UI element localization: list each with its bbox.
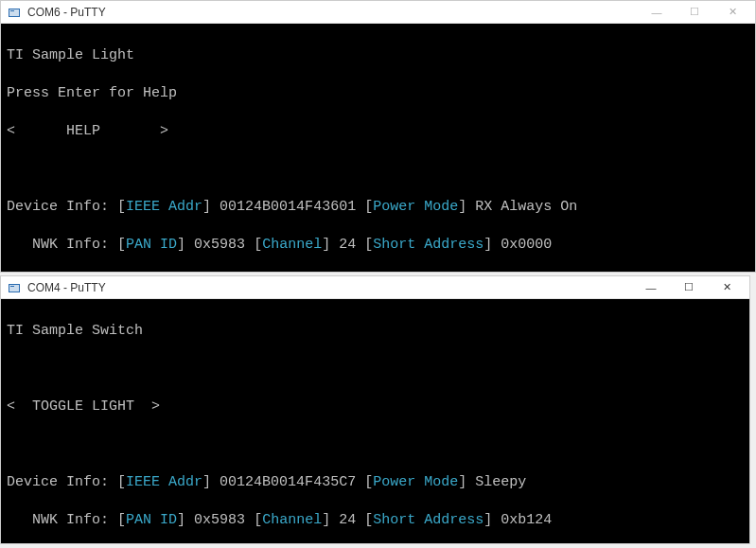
- nav-label: HELP: [66, 123, 100, 139]
- window-title: COM6 - PuTTY: [27, 6, 638, 19]
- window-controls: — ☐ ✕: [632, 277, 746, 298]
- putty-window-2: COM4 - PuTTY — ☐ ✕ TI Sample Switch < TO…: [0, 275, 750, 544]
- ieee-label: IEEE Addr: [126, 199, 202, 215]
- ieee-value: 00124B0014F435C7: [220, 474, 356, 490]
- window-controls: — ☐ ✕: [638, 2, 751, 23]
- device-info-line: Device Info: [IEEE Addr] 00124B0014F4360…: [7, 198, 749, 217]
- putty-icon: [7, 5, 22, 20]
- titlebar[interactable]: COM4 - PuTTY — ☐ ✕: [1, 276, 749, 299]
- nav-line: < HELP >: [7, 122, 749, 141]
- maximize-button[interactable]: ☐: [676, 2, 713, 23]
- nwk-info-line: NWK Info: [PAN ID] 0x5983 [Channel] 24 […: [7, 236, 749, 255]
- minimize-button[interactable]: —: [638, 2, 676, 23]
- titlebar[interactable]: COM6 - PuTTY — ☐ ✕: [1, 1, 755, 24]
- ieee-label: IEEE Addr: [126, 474, 202, 490]
- ieee-value: 00124B0014F43601: [220, 199, 356, 215]
- power-mode-label: Power Mode: [373, 199, 458, 215]
- minimize-button[interactable]: —: [632, 277, 670, 298]
- close-button[interactable]: ✕: [713, 2, 751, 23]
- app-title: TI Sample Light: [7, 46, 749, 65]
- nav-line: < TOGGLE LIGHT >: [7, 398, 744, 416]
- putty-icon: [7, 280, 22, 295]
- maximize-button[interactable]: ☐: [670, 277, 708, 298]
- device-info-line: Device Info: [IEEE Addr] 00124B0014F435C…: [7, 473, 744, 492]
- power-mode-label: Power Mode: [373, 474, 458, 490]
- app-title: TI Sample Switch: [7, 322, 744, 341]
- subtitle: Press Enter for Help: [7, 84, 749, 103]
- putty-window-1: COM6 - PuTTY — ☐ ✕ TI Sample Light Press…: [0, 0, 756, 273]
- close-button[interactable]: ✕: [708, 277, 746, 298]
- power-mode-value: Sleepy: [475, 474, 526, 490]
- window-title: COM4 - PuTTY: [27, 281, 632, 294]
- svg-rect-5: [10, 286, 14, 287]
- terminal-output[interactable]: TI Sample Light Press Enter for Help < H…: [1, 24, 755, 272]
- nav-label: TOGGLE LIGHT: [32, 398, 134, 415]
- terminal-output[interactable]: TI Sample Switch < TOGGLE LIGHT > Device…: [1, 299, 749, 543]
- power-mode-value: RX Always On: [475, 199, 577, 215]
- nwk-info-line: NWK Info: [PAN ID] 0x5983 [Channel] 24 […: [7, 511, 744, 530]
- svg-rect-2: [10, 10, 14, 11]
